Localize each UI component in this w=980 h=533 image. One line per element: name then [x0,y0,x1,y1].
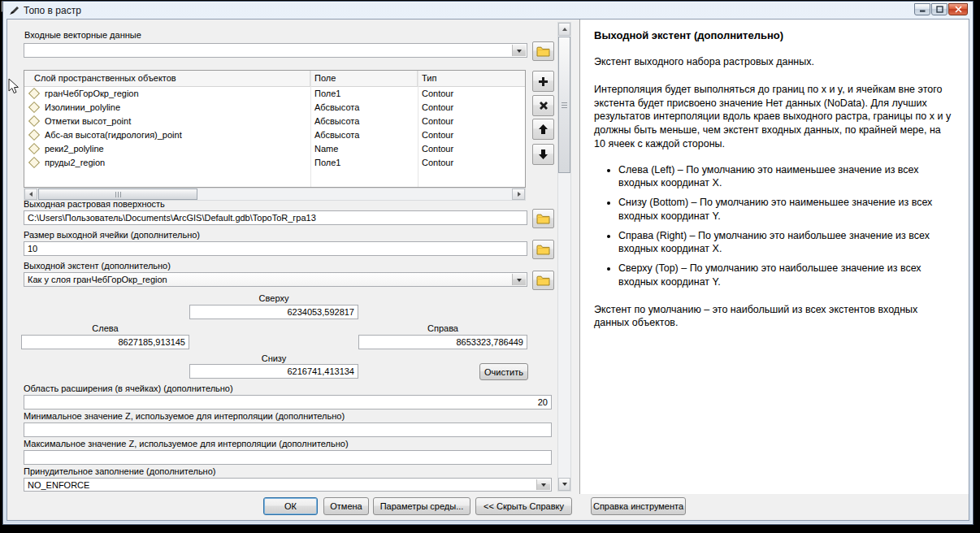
extent-bottom-input[interactable]: 6216741,413134 [189,364,358,379]
layer-diamond-icon [28,88,40,99]
extent-right-input[interactable]: 8653323,786449 [358,335,527,349]
enforce-combobox[interactable]: NO_ENFORCE [24,478,552,492]
cell-size-browse-button[interactable] [532,240,554,259]
scroll-up-button[interactable] [558,23,570,36]
dialog-client-area: Входные векторные данные Слой пространст… [7,19,969,521]
scroll-right-icon [518,192,523,197]
table-row[interactable]: гранЧебГорОкр_region Поле1 Contour [24,87,525,101]
chevron-down-icon[interactable] [536,479,550,490]
horizontal-scroll-thumb[interactable] [38,188,197,200]
min-z-input[interactable] [24,422,552,437]
table-row[interactable]: пруды2_region Поле1 Contour [24,156,525,170]
layer-diamond-icon [28,102,40,113]
scroll-up-icon [562,25,567,31]
layer-diamond-icon [28,115,40,127]
help-paragraph: Экстент по умолчанию – это наибольший из… [594,303,954,331]
plus-icon [538,76,549,87]
chevron-down-icon[interactable] [512,274,526,285]
thumb-grip-icon [562,102,567,108]
max-z-label: Максимальное значение Z, используемое дл… [24,439,349,448]
layer-name: реки2_polyline [45,144,104,154]
close-button[interactable] [948,3,968,15]
clear-extent-button[interactable]: Очистить [479,363,528,380]
output-extent-combobox[interactable]: Как у слоя гранЧебГорОкр_region [24,272,527,287]
cancel-button[interactable]: Отмена [323,497,369,515]
tool-help-button[interactable]: Справка инструмента [591,497,686,515]
minimize-button[interactable] [914,3,930,15]
layer-name: Изолинии_polyline [45,102,120,112]
column-header-field[interactable]: Поле [310,71,418,86]
maximize-icon [936,6,943,13]
enforce-value: NO_ENFORCE [28,480,89,490]
output-raster-input[interactable]: C:\Users\Пользователь\Documents\ArcGIS\D… [24,210,527,225]
help-paragraph: Интерполяция будет выполняться до границ… [594,83,954,151]
titlebar[interactable]: Топо в растр [3,2,973,19]
extent-left-input[interactable]: 8627185,913145 [21,335,189,349]
desktop: { "window": { "title": "Топо в растр" },… [0,0,980,533]
output-raster-value: C:\Users\Пользователь\Documents\ArcGIS\D… [28,213,316,223]
min-z-label: Минимальное значение Z, используемое для… [24,411,345,421]
extent-top-input[interactable]: 6234053,592817 [189,305,358,319]
margin-label: Область расширения (в ячейках) (дополнит… [24,384,233,393]
vertical-scroll-thumb[interactable] [558,37,570,173]
input-vector-label: Входные векторные данные [24,30,141,40]
table-header: Слой пространственных объектов Поле Тип [24,71,525,87]
table-row[interactable]: Изолинии_polyline Абсвысота Contour [24,101,525,115]
folder-icon [536,46,550,57]
table-row[interactable]: реки2_polyline Name Contour [24,142,525,156]
chevron-down-icon[interactable] [512,45,526,56]
layer-diamond-icon [28,157,40,168]
window-icon [9,5,20,15]
scroll-left-icon [27,192,33,197]
arrow-up-icon [538,124,549,135]
column-header-type[interactable]: Тип [418,71,525,86]
ok-button[interactable]: ОК [263,497,318,515]
move-down-button[interactable] [532,144,554,165]
output-extent-value: Как у слоя гранЧебГорОкр_region [28,275,167,284]
cross-icon [539,101,549,110]
output-extent-browse-button[interactable] [532,271,554,290]
minimize-icon [919,6,926,13]
extent-top-value: 6234053,592817 [287,307,354,317]
remove-layer-button[interactable] [532,95,554,116]
layer-name: Абс-ая высота(гидрология)_point [45,130,182,140]
column-header-layer[interactable]: Слой пространственных объектов [24,71,310,86]
environments-button[interactable]: Параметры среды... [373,497,470,515]
layer-field: Name [310,142,418,156]
help-bullet: Слева (Left) – По умолчанию это наименьш… [618,163,954,191]
window-title: Топо в растр [24,5,81,16]
max-z-input[interactable] [24,450,552,465]
enforce-label: Принудительное заполнение (дополнительно… [24,466,215,476]
help-bullet: Справа (Right) – По умолчанию это наибол… [618,229,954,257]
hide-help-button[interactable]: << Скрыть Справку [475,497,572,515]
layer-diamond-icon [28,129,40,141]
input-vector-combobox[interactable] [24,43,527,58]
table-row[interactable]: Абс-ая высота(гидрология)_point Абсвысот… [24,128,525,142]
layer-type: Contour [418,128,525,142]
scroll-left-button[interactable] [24,188,37,200]
output-raster-browse-button[interactable] [532,209,554,228]
extent-top-label: Сверху [189,293,358,303]
form-vertical-scrollbar[interactable] [557,22,571,492]
layer-field: Абсвысота [310,128,418,142]
maximize-button[interactable] [931,3,947,15]
scroll-right-button[interactable] [512,188,525,200]
cell-size-value: 10 [28,244,37,254]
cell-size-input[interactable]: 10 [24,241,527,256]
help-bullet: Сверху (Top) – По умолчанию это наибольш… [618,262,954,289]
scroll-down-button[interactable] [558,478,570,491]
margin-input[interactable]: 20 [24,395,552,410]
output-extent-label: Выходной экстент (дополнительно) [24,261,171,271]
folder-icon [536,214,550,224]
layer-field: Поле1 [310,87,418,101]
scroll-down-icon [562,483,567,488]
add-layer-button[interactable] [532,71,554,92]
mouse-cursor [7,78,20,95]
input-vector-browse-button[interactable] [532,41,554,61]
layer-name: Отметки высот_point [45,116,131,126]
move-up-button[interactable] [532,119,554,140]
extent-bottom-value: 6216741,413134 [287,366,354,376]
table-row[interactable]: Отметки высот_point Абсвысота Contour [24,115,525,128]
help-title: Выходной экстент (дополнительно) [594,29,954,41]
layer-type: Contour [418,101,525,115]
